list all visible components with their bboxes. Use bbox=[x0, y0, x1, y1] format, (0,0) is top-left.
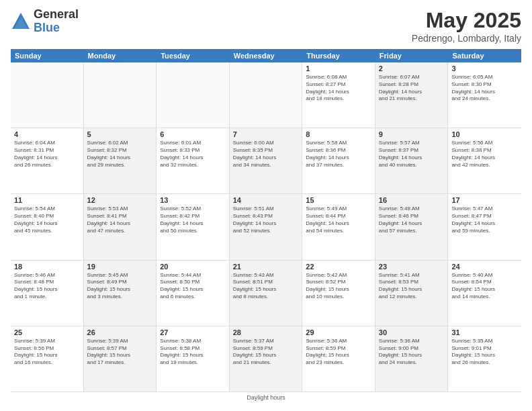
calendar-cell: 7Sunrise: 6:00 AM Sunset: 8:35 PM Daylig… bbox=[230, 128, 303, 193]
day-number: 2 bbox=[379, 64, 445, 73]
calendar-cell: 28Sunrise: 5:37 AM Sunset: 8:59 PM Dayli… bbox=[230, 326, 303, 392]
day-info: Sunrise: 5:49 AM Sunset: 8:44 PM Dayligh… bbox=[306, 205, 371, 234]
calendar-cell: 25Sunrise: 5:39 AM Sunset: 8:56 PM Dayli… bbox=[11, 326, 84, 392]
calendar-cell: 3Sunrise: 6:05 AM Sunset: 8:30 PM Daylig… bbox=[448, 62, 521, 128]
calendar-cell: 29Sunrise: 5:36 AM Sunset: 8:59 PM Dayli… bbox=[302, 326, 375, 392]
day-info: Sunrise: 5:42 AM Sunset: 8:52 PM Dayligh… bbox=[306, 272, 371, 301]
calendar-cell: 16Sunrise: 5:48 AM Sunset: 8:46 PM Dayli… bbox=[375, 194, 449, 259]
day-number: 31 bbox=[451, 328, 518, 336]
calendar-cell: 19Sunrise: 5:45 AM Sunset: 8:49 PM Dayli… bbox=[84, 261, 157, 326]
day-number: 15 bbox=[306, 196, 371, 204]
day-number: 24 bbox=[451, 263, 518, 271]
day-info: Sunrise: 6:07 AM Sunset: 8:28 PM Dayligh… bbox=[379, 74, 445, 103]
calendar-header: SundayMondayTuesdayWednesdayThursdayFrid… bbox=[11, 49, 521, 62]
day-info: Sunrise: 6:02 AM Sunset: 8:32 PM Dayligh… bbox=[87, 140, 153, 169]
calendar-header-cell: Thursday bbox=[302, 49, 375, 62]
calendar-header-cell: Wednesday bbox=[230, 49, 303, 62]
day-number: 9 bbox=[379, 130, 445, 138]
day-number: 21 bbox=[233, 263, 299, 271]
calendar-cell: 9Sunrise: 5:57 AM Sunset: 8:37 PM Daylig… bbox=[375, 128, 449, 193]
day-number: 10 bbox=[451, 130, 518, 138]
day-number: 7 bbox=[233, 130, 299, 138]
day-info: Sunrise: 5:35 AM Sunset: 9:01 PM Dayligh… bbox=[451, 338, 518, 367]
day-info: Sunrise: 5:51 AM Sunset: 8:43 PM Dayligh… bbox=[233, 205, 299, 234]
calendar-cell: 27Sunrise: 5:38 AM Sunset: 8:58 PM Dayli… bbox=[157, 326, 230, 392]
calendar-cell: 20Sunrise: 5:44 AM Sunset: 8:50 PM Dayli… bbox=[157, 261, 230, 326]
day-number: 20 bbox=[160, 263, 226, 271]
day-number: 19 bbox=[87, 263, 153, 271]
calendar-row: 25Sunrise: 5:39 AM Sunset: 8:56 PM Dayli… bbox=[11, 326, 521, 392]
day-number: 8 bbox=[306, 130, 371, 138]
day-number: 12 bbox=[87, 196, 153, 204]
page: General Blue May 2025 Pedrengo, Lombardy… bbox=[0, 0, 532, 411]
day-number: 5 bbox=[87, 130, 153, 138]
day-number: 17 bbox=[451, 196, 518, 204]
day-number: 3 bbox=[451, 64, 518, 73]
calendar-row: 11Sunrise: 5:54 AM Sunset: 8:40 PM Dayli… bbox=[11, 194, 521, 260]
day-number: 16 bbox=[379, 196, 445, 204]
calendar-cell: 15Sunrise: 5:49 AM Sunset: 8:44 PM Dayli… bbox=[302, 194, 375, 259]
day-info: Sunrise: 5:57 AM Sunset: 8:37 PM Dayligh… bbox=[379, 140, 445, 169]
calendar-cell bbox=[157, 62, 230, 128]
calendar-cell: 18Sunrise: 5:46 AM Sunset: 8:48 PM Dayli… bbox=[11, 261, 84, 326]
day-number: 14 bbox=[233, 196, 299, 204]
day-info: Sunrise: 6:00 AM Sunset: 8:35 PM Dayligh… bbox=[233, 140, 299, 169]
day-info: Sunrise: 6:08 AM Sunset: 8:27 PM Dayligh… bbox=[306, 74, 371, 103]
calendar-cell: 12Sunrise: 5:53 AM Sunset: 8:41 PM Dayli… bbox=[84, 194, 157, 259]
calendar-cell: 23Sunrise: 5:41 AM Sunset: 8:53 PM Dayli… bbox=[375, 261, 449, 326]
day-number: 30 bbox=[379, 328, 445, 336]
calendar-cell: 2Sunrise: 6:07 AM Sunset: 8:28 PM Daylig… bbox=[375, 62, 449, 128]
day-info: Sunrise: 6:04 AM Sunset: 8:31 PM Dayligh… bbox=[14, 140, 80, 169]
calendar-row: 18Sunrise: 5:46 AM Sunset: 8:48 PM Dayli… bbox=[11, 261, 521, 326]
calendar-cell: 14Sunrise: 5:51 AM Sunset: 8:43 PM Dayli… bbox=[230, 194, 303, 259]
calendar-cell: 21Sunrise: 5:43 AM Sunset: 8:51 PM Dayli… bbox=[230, 261, 303, 326]
header: General Blue May 2025 Pedrengo, Lombardy… bbox=[11, 8, 521, 44]
day-number: 25 bbox=[14, 328, 80, 336]
day-info: Sunrise: 5:43 AM Sunset: 8:51 PM Dayligh… bbox=[233, 272, 299, 301]
logo-blue-text: Blue bbox=[34, 21, 79, 35]
day-info: Sunrise: 5:58 AM Sunset: 8:36 PM Dayligh… bbox=[306, 140, 371, 169]
day-info: Sunrise: 5:39 AM Sunset: 8:56 PM Dayligh… bbox=[14, 338, 80, 367]
day-number: 1 bbox=[306, 64, 371, 73]
day-info: Sunrise: 5:36 AM Sunset: 8:59 PM Dayligh… bbox=[306, 338, 371, 367]
logo-general: General bbox=[34, 8, 79, 21]
day-number: 28 bbox=[233, 328, 299, 336]
calendar-cell: 6Sunrise: 6:01 AM Sunset: 8:33 PM Daylig… bbox=[157, 128, 230, 193]
calendar-cell: 31Sunrise: 5:35 AM Sunset: 9:01 PM Dayli… bbox=[448, 326, 521, 392]
day-info: Sunrise: 5:54 AM Sunset: 8:40 PM Dayligh… bbox=[14, 205, 80, 234]
calendar-cell: 17Sunrise: 5:47 AM Sunset: 8:47 PM Dayli… bbox=[448, 194, 521, 259]
logo-text: General Blue bbox=[34, 8, 79, 35]
calendar-cell bbox=[230, 62, 303, 128]
day-info: Sunrise: 5:37 AM Sunset: 8:59 PM Dayligh… bbox=[233, 338, 299, 367]
calendar-cell bbox=[11, 62, 84, 128]
day-number: 27 bbox=[160, 328, 226, 336]
day-info: Sunrise: 5:48 AM Sunset: 8:46 PM Dayligh… bbox=[379, 205, 445, 234]
day-info: Sunrise: 5:38 AM Sunset: 8:58 PM Dayligh… bbox=[160, 338, 226, 367]
day-info: Sunrise: 6:05 AM Sunset: 8:30 PM Dayligh… bbox=[451, 74, 518, 103]
calendar: SundayMondayTuesdayWednesdayThursdayFrid… bbox=[11, 49, 521, 392]
day-number: 11 bbox=[14, 196, 80, 204]
calendar-cell: 24Sunrise: 5:40 AM Sunset: 8:54 PM Dayli… bbox=[448, 261, 521, 326]
calendar-row: 1Sunrise: 6:08 AM Sunset: 8:27 PM Daylig… bbox=[11, 62, 521, 128]
day-info: Sunrise: 5:40 AM Sunset: 8:54 PM Dayligh… bbox=[451, 272, 518, 301]
day-number: 26 bbox=[87, 328, 153, 336]
day-info: Sunrise: 5:46 AM Sunset: 8:48 PM Dayligh… bbox=[14, 272, 80, 301]
day-number: 13 bbox=[160, 196, 226, 204]
calendar-cell: 22Sunrise: 5:42 AM Sunset: 8:52 PM Dayli… bbox=[302, 261, 375, 326]
calendar-cell: 1Sunrise: 6:08 AM Sunset: 8:27 PM Daylig… bbox=[302, 62, 375, 128]
calendar-header-cell: Friday bbox=[375, 49, 449, 62]
calendar-row: 4Sunrise: 6:04 AM Sunset: 8:31 PM Daylig… bbox=[11, 128, 521, 194]
day-info: Sunrise: 5:36 AM Sunset: 9:00 PM Dayligh… bbox=[379, 338, 445, 367]
day-number: 23 bbox=[379, 263, 445, 271]
calendar-cell: 30Sunrise: 5:36 AM Sunset: 9:00 PM Dayli… bbox=[375, 326, 449, 392]
footer-note: Daylight hours bbox=[11, 392, 521, 403]
calendar-header-cell: Tuesday bbox=[157, 49, 230, 62]
day-info: Sunrise: 5:44 AM Sunset: 8:50 PM Dayligh… bbox=[160, 272, 226, 301]
day-number: 6 bbox=[160, 130, 226, 138]
calendar-cell: 4Sunrise: 6:04 AM Sunset: 8:31 PM Daylig… bbox=[11, 128, 84, 193]
day-number: 29 bbox=[306, 328, 371, 336]
day-number: 22 bbox=[306, 263, 371, 271]
logo: General Blue bbox=[11, 8, 79, 35]
calendar-cell: 8Sunrise: 5:58 AM Sunset: 8:36 PM Daylig… bbox=[302, 128, 375, 193]
day-info: Sunrise: 5:39 AM Sunset: 8:57 PM Dayligh… bbox=[87, 338, 153, 367]
